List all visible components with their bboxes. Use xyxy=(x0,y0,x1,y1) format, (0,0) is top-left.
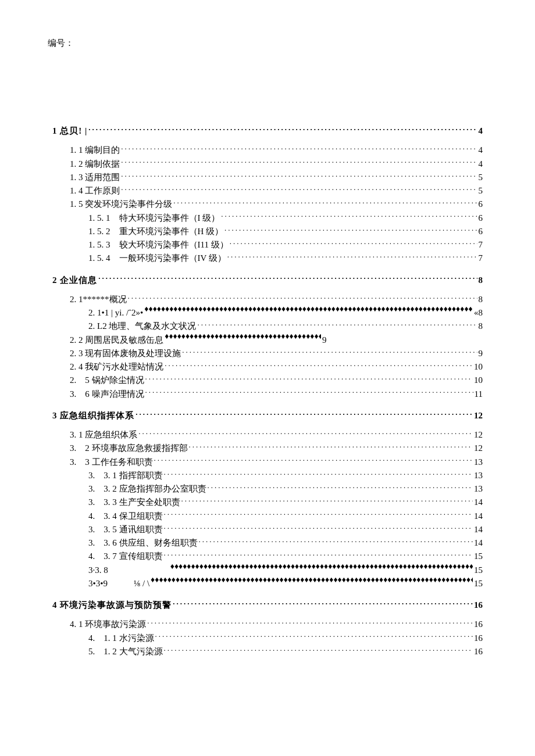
toc-entry-page: 15 xyxy=(474,577,483,590)
toc-leader xyxy=(221,212,477,221)
toc-heading[interactable]: 1 总贝! |4 xyxy=(52,124,483,138)
toc-entry[interactable]: 3. 1 应急组织体系12 xyxy=(52,428,483,442)
toc-entry[interactable]: 2. 2 周围居民及敏感缶息9 xyxy=(52,334,483,347)
document-number-label: 编号： xyxy=(48,38,483,49)
toc-entry[interactable]: 3. 3. 3 生产安全处职责14 xyxy=(52,496,483,509)
toc-leader xyxy=(145,388,473,397)
toc-leader xyxy=(227,252,477,261)
toc-entry[interactable]: 1. 5 突发环境污染事件分级6 xyxy=(52,198,483,211)
toc-entry-page: 14 xyxy=(474,523,483,536)
toc-leader xyxy=(170,564,473,573)
toc-heading-page: 16 xyxy=(474,599,483,612)
toc-leader xyxy=(199,537,473,546)
toc-leader xyxy=(224,225,477,234)
toc-entry[interactable]: 4. 1. 1 水污染源16 xyxy=(52,632,483,645)
toc-section: 1 总贝! |41. 1 编制目的41. 2 编制依据41. 3 适用范围51.… xyxy=(52,124,483,266)
toc-entry-page: 7 xyxy=(479,252,483,265)
toc-entry[interactable]: 2. 1******概况8 xyxy=(52,293,483,306)
toc-heading-text: 4 环境污染事故源与预防预警 xyxy=(52,599,172,612)
toc-entry[interactable]: 1. 3 适用范围5 xyxy=(52,171,483,184)
toc-entry-page: 6 xyxy=(479,225,483,238)
toc-entry-text: 2. 3 现有固体废物及处理设施 xyxy=(70,347,181,360)
toc-entry-text: 3. 1 应急组织体系 xyxy=(70,428,137,442)
toc-entry[interactable]: 3. 3. 6 供应组、财务组职责14 xyxy=(52,536,483,550)
toc-entry-text: 3. 3. 5 通讯组职责 xyxy=(88,523,163,536)
toc-entry[interactable]: 3. 3. 2 应急指挥部办公室职责13 xyxy=(52,482,483,496)
toc-entry[interactable]: 5. 1. 2 大气污染源16 xyxy=(52,645,483,658)
toc-leader xyxy=(230,239,477,248)
toc-entry-text: 1. 4 工作原则 xyxy=(70,184,120,198)
toc-leader xyxy=(189,442,473,451)
toc-entry[interactable]: 1. 5. 2 重大环境污染事件（H 级）6 xyxy=(52,225,483,238)
toc-entry-text: 3. 6 噪声治理情况 xyxy=(70,388,144,401)
toc-entry-page: 4 xyxy=(479,157,483,171)
toc-entry-text: 3·3. 8 xyxy=(88,564,169,577)
toc-entry[interactable]: 4. 3. 7 宣传组职责15 xyxy=(52,550,483,563)
toc-heading[interactable]: 2 企业信息8 xyxy=(52,274,483,287)
toc-leader xyxy=(165,361,473,370)
toc-entry[interactable]: 1. 5. 1 特大环境污染事件（I 级）6 xyxy=(52,212,483,225)
toc-entry-text: 1. 3 适用范围 xyxy=(70,171,120,184)
toc-entry[interactable]: 1. 2 编制依据4 xyxy=(52,157,483,171)
toc-entry-text: 3. 3. 1 指挥部职责 xyxy=(88,469,163,482)
toc-entry[interactable]: 1. 4 工作原则5 xyxy=(52,184,483,198)
toc-entry[interactable]: 3·3. 8 15 xyxy=(52,564,483,577)
toc-entry-text: 4. 1. 1 水污染源 xyxy=(88,632,154,645)
toc-leader xyxy=(135,410,473,418)
toc-entry[interactable]: 2. 5 锅炉除尘情况10 xyxy=(52,374,483,387)
toc-entry-text: 1. 5. 1 特大环境污染事件（I 级） xyxy=(88,212,220,225)
toc-entry-page: 13 xyxy=(474,482,483,496)
toc-leader xyxy=(164,646,473,654)
toc-section: 4 环境污染事故源与预防预警164. 1 环境事故污染源164. 1. 1 水污… xyxy=(52,599,483,658)
toc-entry-text: 2. 2 周围居民及敏感缶息 xyxy=(70,334,163,347)
toc-entry[interactable]: 3. 3. 5 通讯组职责14 xyxy=(52,523,483,536)
toc-heading-text: 1 总贝! | xyxy=(52,124,87,138)
toc-leader xyxy=(121,185,477,194)
toc-entry[interactable]: 3•3•9 ⅛ / \15 xyxy=(52,577,483,590)
toc-heading[interactable]: 3 应急组织指挥体系12 xyxy=(52,409,483,422)
toc-entry[interactable]: 3. 2 环境事故应急救援指挥部12 xyxy=(52,442,483,455)
toc-entry-text: 3•3•9 ⅛ / \ xyxy=(88,577,149,590)
toc-entry[interactable]: 3. 3. 1 指挥部职责13 xyxy=(52,469,483,482)
toc-entry-page: 5 xyxy=(479,184,483,198)
toc-entry[interactable]: 1. 5. 4 一般环境污染事件（IV 级）7 xyxy=(52,252,483,265)
toc-entry-page: 7 xyxy=(479,238,483,252)
toc-entry[interactable]: 3. 3 工作任务和职责13 xyxy=(52,456,483,469)
toc-leader xyxy=(98,274,477,283)
toc-heading-page: 4 xyxy=(479,124,483,138)
toc-entry-text: 4. 3. 7 宣传组职责 xyxy=(88,550,163,563)
toc-leader xyxy=(128,293,477,302)
toc-heading-page: 8 xyxy=(479,274,483,287)
toc-entry-page: «8 xyxy=(474,306,483,320)
toc-entry-page: 14 xyxy=(474,510,483,523)
toc-entry[interactable]: 4. 3. 4 保卫组职责14 xyxy=(52,510,483,523)
toc-entry[interactable]: 2. 4 我矿污水处理站情况10 xyxy=(52,360,483,374)
toc-heading[interactable]: 4 环境污染事故源与预防预警16 xyxy=(52,599,483,612)
toc-leader xyxy=(147,618,473,627)
toc-entry[interactable]: 1. 1 编制目的4 xyxy=(52,144,483,157)
toc-leader xyxy=(145,374,473,383)
toc-entry[interactable]: 1. 5. 3 较大环境污染事件（I11 级）7 xyxy=(52,238,483,252)
toc-entry[interactable]: 2. 3 现有固体废物及处理设施9 xyxy=(52,347,483,360)
toc-entry[interactable]: 3. 6 噪声治理情况11 xyxy=(52,388,483,401)
toc-leader xyxy=(208,483,473,492)
toc-entry-page: 14 xyxy=(474,496,483,509)
toc-entry-text: 3. 3. 3 生产安全处职责 xyxy=(88,496,180,509)
toc-entry-text: 1. 5 突发环境污染事件分级 xyxy=(70,198,172,211)
toc-entry-page: 16 xyxy=(474,632,483,645)
toc-leader xyxy=(182,347,477,356)
toc-heading-page: 12 xyxy=(474,409,483,422)
toc-leader xyxy=(164,524,473,532)
toc-leader xyxy=(155,632,473,641)
toc-entry[interactable]: 2. L2 地理、气象及水文状况8 xyxy=(52,320,483,333)
toc-leader xyxy=(164,470,473,478)
toc-leader xyxy=(88,125,477,134)
toc-entry-page: 16 xyxy=(474,645,483,658)
toc-entry[interactable]: 2. 1•1 | yi. /ˆ2»•«8 xyxy=(52,306,483,320)
toc-entry[interactable]: 4. 1 环境事故污染源16 xyxy=(52,618,483,631)
toc-leader xyxy=(138,429,473,438)
toc-leader xyxy=(164,550,473,559)
toc-entry-text: 2. L2 地理、气象及水文状况 xyxy=(88,320,196,333)
toc-leader xyxy=(164,510,473,519)
toc-leader xyxy=(121,171,477,180)
